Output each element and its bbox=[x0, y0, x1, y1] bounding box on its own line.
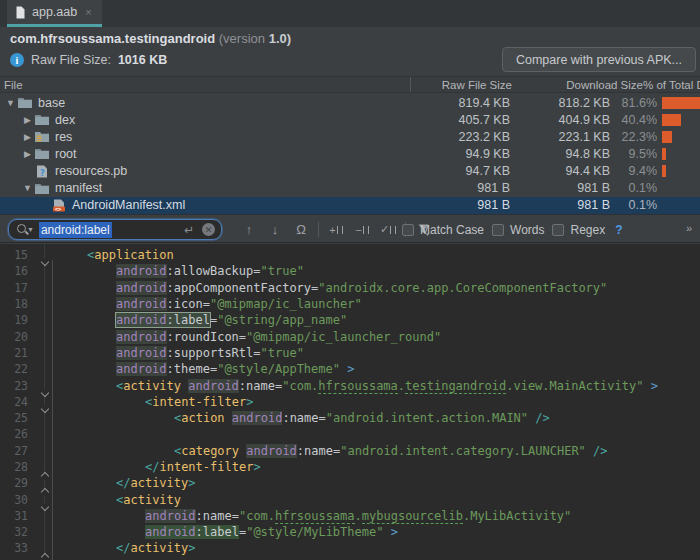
checkbox-icon[interactable] bbox=[402, 224, 414, 236]
raw-file-size-value: 94.9 KB bbox=[415, 147, 515, 161]
code-token: android bbox=[116, 362, 167, 376]
code-line-33[interactable]: 33</activity> bbox=[0, 540, 700, 556]
download-size-value: 404.9 KB bbox=[515, 113, 615, 127]
code-token: :theme bbox=[167, 362, 210, 376]
table-row-base[interactable]: ▼base819.4 KB818.2 KB81.6% bbox=[0, 94, 700, 111]
code-text: android:label="@style/MyLibTheme" > bbox=[58, 525, 398, 539]
chevron-down-icon[interactable]: ▼ bbox=[21, 183, 34, 193]
code-line-30[interactable]: 30<activity bbox=[0, 491, 700, 507]
column-header-raw-size[interactable]: Raw File Size bbox=[442, 79, 512, 91]
code-line-21[interactable]: 21android:supportsRtl="true" bbox=[0, 345, 700, 361]
search-query-text: android:label bbox=[39, 222, 112, 238]
find-all-occurrences-icon[interactable]: Ω bbox=[288, 220, 314, 240]
tree-item: ▶res bbox=[0, 130, 415, 144]
code-token: "android.intent.category.LAUNCHER" bbox=[340, 444, 586, 458]
code-line-28[interactable]: 28</intent-filter> bbox=[0, 459, 700, 475]
code-token: :appComponentFactory bbox=[167, 281, 312, 295]
table-row-androidmanifest-xml[interactable]: <>AndroidManifest.xml981 B981 B0.1% bbox=[0, 197, 700, 214]
percent-bar-cell bbox=[662, 111, 700, 128]
tab-app-aab[interactable]: app.aab × bbox=[7, 0, 102, 27]
close-icon[interactable]: × bbox=[85, 6, 91, 18]
column-header-file[interactable]: File bbox=[4, 79, 23, 91]
code-token: :name bbox=[297, 444, 333, 458]
code-line-32[interactable]: 32android:label="@style/MyLibTheme" > bbox=[0, 524, 700, 540]
download-size-value: 981 B bbox=[515, 181, 615, 195]
tree-item: ▶dex bbox=[0, 113, 415, 127]
select-all-occurrences-icon[interactable]: ✓ bbox=[375, 220, 401, 240]
code-token: "@mipmap/ic_launcher" bbox=[210, 297, 362, 311]
chevron-right-icon[interactable]: ▶ bbox=[21, 132, 34, 142]
download-size-value: 818.2 KB bbox=[515, 96, 615, 110]
code-line-24[interactable]: 24<intent-filter> bbox=[0, 394, 700, 410]
column-divider[interactable] bbox=[410, 77, 411, 93]
code-line-18[interactable]: 18android:icon="@mipmap/ic_launcher" bbox=[0, 296, 700, 312]
chevron-down-icon[interactable]: ▼ bbox=[4, 98, 17, 108]
option-words[interactable]: Words bbox=[492, 223, 544, 237]
remove-selection-icon[interactable]: − bbox=[349, 220, 375, 240]
percent-bar-cell bbox=[662, 94, 700, 111]
table-row-root[interactable]: ▶root94.9 KB94.8 KB9.5% bbox=[0, 145, 700, 162]
double-bar-glyph bbox=[390, 226, 396, 234]
overflow-chevrons-icon[interactable]: » bbox=[686, 222, 692, 234]
code-line-31[interactable]: 31android:name="com.hfrsoussama.mybugsou… bbox=[0, 508, 700, 524]
code-line-20[interactable]: 20android:roundIcon="@mipmap/ic_launcher… bbox=[0, 328, 700, 344]
code-line-16[interactable]: 16android:allowBackup="true" bbox=[0, 263, 700, 279]
code-line-15[interactable]: 15<application bbox=[0, 247, 700, 263]
enter-icon: ↵ bbox=[184, 223, 194, 237]
table-row-manifest[interactable]: ▼manifest981 B981 B0.1% bbox=[0, 180, 700, 197]
code-token: > bbox=[253, 460, 260, 474]
clear-search-icon[interactable]: ✕ bbox=[202, 223, 215, 236]
code-token: :supportsRtl bbox=[167, 346, 254, 360]
code-line-27[interactable]: 27<category android:name="android.intent… bbox=[0, 443, 700, 459]
code-text: android:label="@string/app_name" bbox=[58, 313, 347, 327]
xml-editor-pane[interactable]: 15<application16android:allowBackup="tru… bbox=[0, 244, 700, 560]
table-row-res[interactable]: ▶res223.2 KB223.1 KB22.3% bbox=[0, 128, 700, 145]
code-token: .MyLibActivity" bbox=[463, 509, 571, 523]
next-occurrence-icon[interactable]: ↓ bbox=[262, 220, 288, 240]
add-selection-icon[interactable]: + bbox=[323, 220, 349, 240]
regex-help-icon[interactable]: ? bbox=[615, 223, 622, 237]
column-header-download-size[interactable]: Download Size bbox=[566, 79, 643, 91]
table-row-resources-pb[interactable]: ?resources.pb94.7 KB94.4 KB9.4% bbox=[0, 163, 700, 180]
code-line-22[interactable]: 22android:theme="@style/AppTheme" > bbox=[0, 361, 700, 377]
code-line-17[interactable]: 17android:appComponentFactory="androidx.… bbox=[0, 280, 700, 296]
code-line-25[interactable]: 25<action android:name="android.intent.a… bbox=[0, 410, 700, 426]
package-name: com.hfrsoussama.testingandroid bbox=[10, 31, 215, 46]
chevron-right-icon[interactable]: ▶ bbox=[21, 149, 34, 159]
code-token bbox=[586, 444, 593, 458]
column-header-percent[interactable]: % of Total Download Size bbox=[643, 79, 700, 91]
fold-chevron bbox=[41, 553, 49, 560]
checkbox-icon[interactable] bbox=[492, 224, 504, 236]
code-token: activity bbox=[130, 541, 188, 555]
search-icon[interactable] bbox=[17, 224, 26, 233]
code-line-23[interactable]: 23<activity android:name="com.hfrsoussam… bbox=[0, 377, 700, 393]
code-line-19[interactable]: 19android:label="@string/app_name" bbox=[0, 312, 700, 328]
version-label: (version bbox=[219, 31, 269, 46]
percent-bar bbox=[662, 114, 681, 126]
code-token: activity bbox=[130, 476, 188, 490]
download-size-value: 223.1 KB bbox=[515, 130, 615, 144]
option-regex[interactable]: Regex bbox=[552, 223, 605, 237]
code-token: = bbox=[253, 346, 260, 360]
tree-item: ▼manifest bbox=[0, 181, 415, 195]
checkbox-icon[interactable] bbox=[552, 224, 564, 236]
option-match-case[interactable]: Match Case bbox=[402, 223, 484, 237]
percent-value: 40.4% bbox=[615, 113, 662, 127]
manifest-file-icon: <> bbox=[51, 198, 67, 212]
line-number: 27 bbox=[0, 444, 38, 458]
svg-text:<>: <> bbox=[55, 206, 62, 212]
code-token: android bbox=[232, 411, 283, 425]
code-line-26[interactable]: 26 bbox=[0, 426, 700, 442]
previous-occurrence-icon[interactable]: ↑ bbox=[236, 220, 262, 240]
checkbox-label: Match Case bbox=[420, 223, 484, 237]
code-line-29[interactable]: 29</activity> bbox=[0, 475, 700, 491]
search-input[interactable]: ▼ android:label ↵ ✕ bbox=[8, 219, 222, 240]
code-text: <category android:name="android.intent.c… bbox=[58, 444, 608, 458]
code-token: > bbox=[651, 379, 658, 393]
line-number: 25 bbox=[0, 411, 38, 425]
table-row-dex[interactable]: ▶dex405.7 KB404.9 KB40.4% bbox=[0, 111, 700, 128]
compare-with-previous-apk-button[interactable]: Compare with previous APK... bbox=[502, 47, 696, 72]
line-number: 24 bbox=[0, 395, 38, 409]
raw-file-size-value: 819.4 KB bbox=[415, 96, 515, 110]
chevron-right-icon[interactable]: ▶ bbox=[21, 115, 34, 125]
